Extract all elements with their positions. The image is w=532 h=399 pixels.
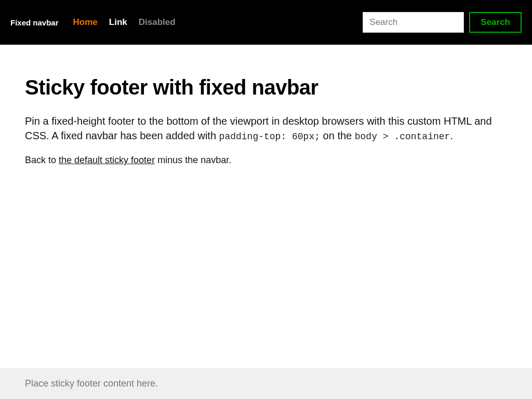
page-title: Sticky footer with fixed navbar: [25, 76, 507, 99]
navbar: Fixed navbar Home Link Disabled Search: [0, 0, 532, 45]
nav-link-disabled: Disabled: [139, 17, 176, 28]
footer: Place sticky footer content here.: [0, 368, 532, 399]
back-link[interactable]: the default sticky footer: [59, 155, 155, 165]
back-line: Back to the default sticky footer minus …: [25, 155, 507, 166]
lead-text-3: .: [450, 130, 453, 141]
nav-links: Home Link Disabled: [73, 17, 176, 28]
navbar-brand[interactable]: Fixed navbar: [10, 18, 59, 27]
search-input[interactable]: [363, 12, 464, 33]
footer-text: Place sticky footer content here.: [25, 378, 158, 389]
back-after: minus the navbar.: [155, 155, 231, 165]
lead-paragraph: Pin a fixed-height footer to the bottom …: [25, 114, 507, 143]
code-selector: body > .container: [355, 131, 450, 142]
nav-link-link[interactable]: Link: [109, 17, 127, 28]
main-container: Sticky footer with fixed navbar Pin a fi…: [0, 45, 532, 166]
code-padding: padding-top: 60px;: [219, 131, 320, 142]
nav-link-home[interactable]: Home: [73, 17, 98, 28]
search-button[interactable]: Search: [469, 12, 522, 33]
lead-text-2: on the: [320, 130, 355, 141]
back-before: Back to: [25, 155, 59, 165]
